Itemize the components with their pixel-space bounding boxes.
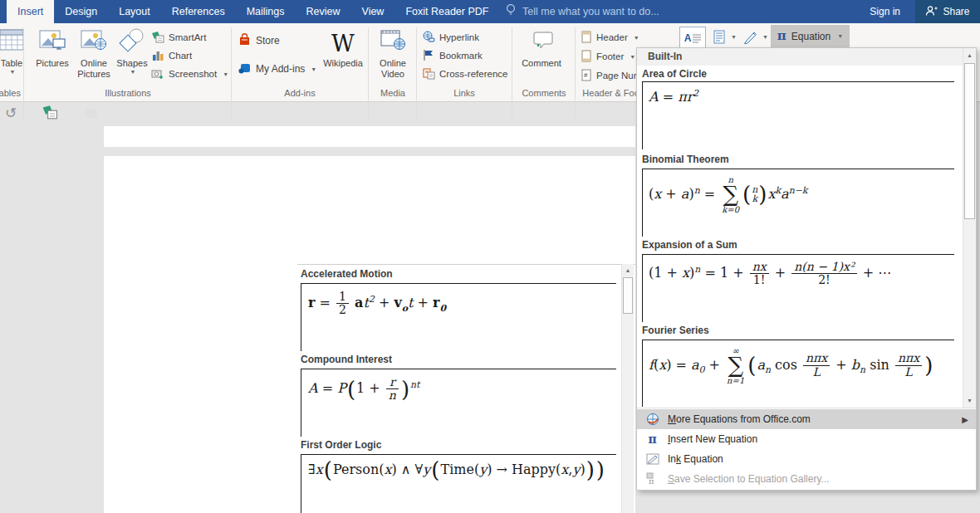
caret-icon: ▼ <box>762 34 768 40</box>
scrollbar-thumb[interactable] <box>964 63 975 219</box>
shapes-icon <box>119 28 145 58</box>
tab-review[interactable]: Review <box>296 0 351 23</box>
equation-accelerated-motion: r = 12 at2 + vot + r0 <box>308 291 616 317</box>
page-number-icon: # <box>581 69 592 83</box>
header-button[interactable]: Header ▼ <box>581 30 639 45</box>
menu-item-insert-new-equation[interactable]: π Insert New Equation <box>637 429 976 449</box>
screenshot-button[interactable]: Screenshot ▼ <box>151 66 228 81</box>
doc-equation-label: Accelerated Motion <box>301 268 393 280</box>
online-video-button[interactable]: Online Video <box>374 28 412 80</box>
gallery-item-expansion-of-a-sum[interactable]: (1 + x)n = 1 + nx1! + n(n − 1)x²2! + ⋯ <box>642 254 954 322</box>
tab-design[interactable]: Design <box>54 0 108 23</box>
sign-in-button[interactable]: Sign in <box>870 0 900 23</box>
quick-parts-button[interactable]: ▼ <box>713 30 737 44</box>
gallery-item-label: Area of Circle <box>642 68 707 80</box>
tell-me-box[interactable]: Tell me what you want to do... <box>505 0 659 23</box>
tab-layout[interactable]: Layout <box>108 0 161 23</box>
doc-equation-label: First Order Logic <box>301 439 381 451</box>
menu-separator <box>637 408 976 408</box>
wikipedia-button[interactable]: W Wikipedia <box>320 28 366 69</box>
footer-button[interactable]: Footer ▼ <box>581 49 635 64</box>
submenu-arrow-icon: ▶ <box>962 415 968 424</box>
refresh-icon: ↺ <box>5 105 17 122</box>
menu-item-ink-equation[interactable]: Ink Equation <box>637 449 976 469</box>
online-pictures-button[interactable]: Online Pictures <box>73 28 115 80</box>
comment-icon <box>528 28 555 58</box>
ink-equation-icon <box>645 452 659 466</box>
pictures-button[interactable]: Pictures <box>32 28 73 69</box>
menu-item-more-equations[interactable]: More Equations from Office.com ▶ <box>637 409 976 429</box>
share-person-icon <box>925 5 938 19</box>
tab-mailings[interactable]: Mailings <box>236 0 296 23</box>
pictures-icon <box>39 28 66 58</box>
scroll-up-button[interactable]: ▲ <box>623 264 633 276</box>
caret-icon: ▼ <box>311 66 316 72</box>
menu-item-save-selection-to-gallery: π Save Selection to Equation Gallery... <box>637 469 976 489</box>
equation-binomial-theorem: (x + a)n = n∑k=0(nk)xkan−k <box>649 175 954 214</box>
share-button[interactable]: Share <box>915 0 980 23</box>
doc-equation-box: A = P(1 + rn)nt <box>301 369 616 437</box>
scroll-up-button[interactable]: ▲ <box>964 49 975 61</box>
gallery-item-fourier-series[interactable]: f(x) = a0 + ∞∑n=1(an cos nπxL + bn sin n… <box>642 340 954 407</box>
scroll-down-button[interactable]: ▼ <box>964 394 975 407</box>
bookmark-button[interactable]: Bookmark <box>422 48 483 63</box>
wordart-button[interactable]: ▼ <box>743 30 768 44</box>
doc-equation-box: r = 12 at2 + vot + r0 <box>301 283 616 351</box>
caret-icon: ▼ <box>223 71 228 77</box>
text-box-icon: A <box>684 32 692 44</box>
scrollbar-thumb[interactable] <box>623 277 633 314</box>
group-label-comments: Comments <box>513 88 575 98</box>
chart-icon <box>151 49 164 63</box>
smartart-button[interactable]: SmartArt <box>151 30 206 45</box>
wordart-pen-icon <box>743 30 758 44</box>
hyperlink-button[interactable]: Hyperlink <box>422 30 479 45</box>
title-bar: Insert Design Layout References Mailings… <box>0 0 980 23</box>
text-box-button[interactable]: A <box>679 27 706 50</box>
document-panel-scrollbar[interactable]: ▲ <box>621 264 634 513</box>
chart-button[interactable]: Chart <box>151 48 192 63</box>
group-separator <box>231 27 232 119</box>
caret-icon: ▼ <box>731 34 737 40</box>
pi-icon: π <box>777 30 786 42</box>
tab-view[interactable]: View <box>351 0 395 23</box>
online-video-icon <box>380 28 406 58</box>
hyperlink-icon <box>422 31 435 45</box>
gallery-item-label: Binomial Theorem <box>642 154 729 165</box>
equation-compound-interest: A = P(1 + rn)nt <box>308 376 616 403</box>
header-icon <box>581 31 592 45</box>
group-label-illustrations: Illustrations <box>25 88 231 98</box>
caret-icon: ▼ <box>10 69 16 75</box>
my-add-ins-button[interactable]: My Add-ins ▼ <box>238 61 316 76</box>
shapes-button[interactable]: Shapes ▼ <box>113 28 151 75</box>
caret-icon: ▼ <box>837 33 843 39</box>
store-button[interactable]: Store <box>238 33 280 48</box>
group-separator <box>575 27 576 119</box>
save-to-gallery-icon: π <box>645 472 659 486</box>
gallery-item-area-of-circle[interactable]: A = πr2 <box>642 81 954 149</box>
gallery-item-binomial-theorem[interactable]: (x + a)n = n∑k=0(nk)xkan−k <box>642 169 954 237</box>
group-separator <box>23 27 24 119</box>
cross-reference-button[interactable]: Cross-reference <box>422 66 507 81</box>
group-label-media: Media <box>370 88 416 98</box>
comment-button[interactable]: Comment <box>518 28 565 69</box>
more-equations-icon <box>645 413 659 426</box>
table-button[interactable]: Table ▼ <box>0 28 35 75</box>
ribbon-tabs: Insert Design Layout References Mailings… <box>7 0 499 23</box>
equation-button[interactable]: π Equation ▼ <box>771 25 850 47</box>
equation-fourier-series: f(x) = a0 + ∞∑n=1(an cos nπxL + bn sin n… <box>649 346 954 385</box>
my-add-ins-icon <box>238 61 252 77</box>
doc-equation-box: ∃x(Person(x) ∧ ∀y(Time(y) → Happy(x,y))) <box>301 454 616 513</box>
group-label-links: Links <box>418 88 511 98</box>
caret-icon: ▼ <box>130 69 136 75</box>
tab-insert[interactable]: Insert <box>7 0 54 23</box>
tab-references[interactable]: References <box>161 0 236 23</box>
gallery-section-header: Built-In <box>637 48 976 66</box>
svg-text:#: # <box>584 71 588 79</box>
tab-foxit-reader-pdf[interactable]: Foxit Reader PDF <box>394 0 499 23</box>
table-icon <box>0 28 24 58</box>
bookmark-icon <box>422 49 435 63</box>
gallery-scrollbar[interactable]: ▲ ▼ <box>963 48 976 408</box>
footer-icon <box>581 50 592 64</box>
page-top-strip <box>104 126 635 147</box>
lightbulb-icon <box>505 3 517 20</box>
